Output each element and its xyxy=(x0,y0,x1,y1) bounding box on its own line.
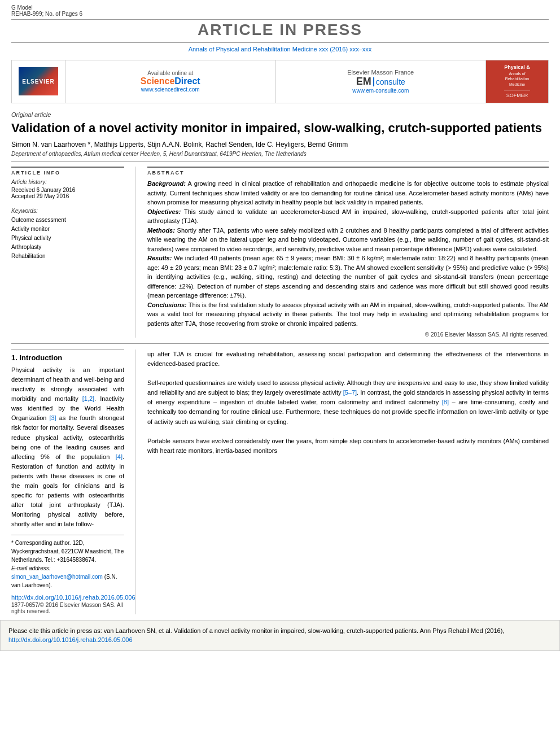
elsevier-text: ELSEVIER xyxy=(22,78,54,85)
keywords-list: Outcome assessment Activity monitor Phys… xyxy=(11,216,124,261)
ref-4[interactable]: [4] xyxy=(116,453,123,460)
corresponding-author-footnote: * Corresponding author. 12D, Wyckergrach… xyxy=(11,539,124,564)
sciencedirect-section: Available online at ScienceDirect www.sc… xyxy=(65,60,276,103)
email-label: E-mail address: xyxy=(11,565,50,571)
em-consulte-url[interactable]: www.em-consulte.com xyxy=(352,88,409,94)
article-history-label: Article history: xyxy=(11,179,124,185)
journal-title-bar: Annals of Physical and Rehabilitation Me… xyxy=(0,43,560,55)
intro-section-heading: Introduction xyxy=(19,353,62,362)
methods-label: Methods: xyxy=(147,227,175,234)
intro-section-number: 1. xyxy=(11,353,18,362)
abstract-header: ABSTRACT xyxy=(147,167,549,176)
authors-text: Simon N. van Laarhoven *, Matthijs Lippe… xyxy=(11,141,348,148)
publisher-row: ELSEVIER Available online at ScienceDire… xyxy=(11,60,549,103)
background-label: Background: xyxy=(147,180,186,187)
col-divider xyxy=(135,167,136,338)
conclusions-label: Conclusions: xyxy=(147,302,187,308)
doi-link[interactable]: http://dx.doi.org/10.1016/j.rehab.2016.0… xyxy=(11,594,124,601)
citation-box-text: Please cite this article in press as: va… xyxy=(8,626,552,645)
results-text: We included 40 patients (mean age: 65 ± … xyxy=(147,255,549,299)
sciencedirect-url[interactable]: www.sciencedirect.com xyxy=(141,86,200,93)
article-in-press-banner: ARTICLE IN PRESS xyxy=(11,19,549,43)
methods-text: Shortly after TJA, patients who were saf… xyxy=(147,227,549,252)
available-online-text: Available online at xyxy=(147,70,193,76)
article-title: Validation of a novel activity monitor i… xyxy=(11,120,549,137)
ref-3[interactable]: [3] xyxy=(49,414,56,421)
email-link[interactable]: simon_van_laarhoven@hotmail.com xyxy=(11,574,103,580)
keyword-5: Rehabilitation xyxy=(11,252,124,261)
rehab-ref: REHAB-999; No. of Pages 6 xyxy=(11,11,82,17)
intro-right-col: up after TJA is crucial for evaluating r… xyxy=(147,350,549,614)
ref-5-7[interactable]: [5–7] xyxy=(343,389,357,396)
article-type-label: Original article xyxy=(11,111,549,118)
elsevier-logo: ELSEVIER xyxy=(19,67,58,95)
intro-section-title: 1. Introduction xyxy=(11,350,124,362)
objectives-label: Objectives: xyxy=(147,208,181,215)
elsevier-masson-text: Elsevier Masson France xyxy=(347,69,414,76)
page: G Model REHAB-999; No. of Pages 6 ARTICL… xyxy=(0,0,560,747)
objectives-text: This study aimed to validate an accelero… xyxy=(147,208,549,225)
g-model-label: G Model xyxy=(11,5,82,11)
citation-box: Please cite this article in press as: va… xyxy=(0,620,560,651)
authors-line: Simon N. van Laarhoven *, Matthijs Lippe… xyxy=(11,141,549,148)
abstract-section: ABSTRACT Background: A growing need in c… xyxy=(147,167,549,338)
rehab-badge-container: Physical & Annals of Rehabilitation Medi… xyxy=(486,60,548,103)
divider-1 xyxy=(11,161,549,162)
g-model-info: G Model REHAB-999; No. of Pages 6 xyxy=(11,5,82,17)
intro-col-divider xyxy=(135,350,136,614)
email-footnote: E-mail address: simon_van_laarhoven@hotm… xyxy=(11,564,124,589)
conclusions-text: This is the first validation study to as… xyxy=(147,302,549,327)
article-info-section: ARTICLE INFO Article history: Received 6… xyxy=(11,167,124,261)
keyword-4: Arthroplasty xyxy=(11,243,124,252)
ref-1-2[interactable]: [1,2] xyxy=(82,395,94,402)
copyright-line: © 2016 Elsevier Masson SAS. All rights r… xyxy=(147,331,549,338)
keywords-label: Keywords: xyxy=(11,208,124,214)
intro-right-text: up after TJA is crucial for evaluating r… xyxy=(147,350,549,456)
sciencedirect-logo: ScienceDirect xyxy=(141,76,200,86)
abstract-col: ABSTRACT Background: A growing need in c… xyxy=(147,167,549,338)
intro-left-col: 1. Introduction Physical activity is an … xyxy=(11,350,124,614)
keyword-3: Physical activity xyxy=(11,234,124,243)
intro-left-text: Physical activity is an important determ… xyxy=(11,365,124,529)
background-text: A growing need in clinical practice of r… xyxy=(147,180,549,206)
header-top: G Model REHAB-999; No. of Pages 6 xyxy=(0,0,560,19)
citation-doi-link[interactable]: http://dx.doi.org/10.1016/j.rehab.2016.0… xyxy=(8,636,133,643)
issn-line: 1877-0657/© 2016 Elsevier Masson SAS. Al… xyxy=(11,602,124,614)
em-consulte-section: Elsevier Masson France EMconsulte www.em… xyxy=(276,60,487,103)
received-date: Received 6 January 2016 xyxy=(11,187,124,193)
corresponding-author-text: * Corresponding author. 12D, Wyckergrach… xyxy=(11,540,124,563)
divider-2 xyxy=(11,343,549,344)
rehab-badge: Physical & Annals of Rehabilitation Medi… xyxy=(504,64,530,99)
affiliation-text: Department of orthopaedics, Atrium medic… xyxy=(11,151,549,157)
ref-8[interactable]: [8] xyxy=(442,399,449,405)
accepted-date: Accepted 29 May 2016 xyxy=(11,193,124,199)
em-consulte-logo: EMconsulte xyxy=(356,76,405,88)
footnotes-area: * Corresponding author. 12D, Wyckergrach… xyxy=(11,535,124,614)
results-label: Results: xyxy=(147,255,172,261)
article-info-col: ARTICLE INFO Article history: Received 6… xyxy=(11,167,124,338)
article-info-abstract-cols: ARTICLE INFO Article history: Received 6… xyxy=(11,167,549,338)
keyword-2: Activity monitor xyxy=(11,225,124,234)
elsevier-logo-container: ELSEVIER xyxy=(12,60,65,103)
introduction-section: 1. Introduction Physical activity is an … xyxy=(11,350,549,614)
abstract-text: Background: A growing need in clinical p… xyxy=(147,179,549,328)
article-content: Original article Validation of a novel a… xyxy=(0,108,560,614)
keyword-1: Outcome assessment xyxy=(11,216,124,225)
article-info-header: ARTICLE INFO xyxy=(11,167,124,176)
